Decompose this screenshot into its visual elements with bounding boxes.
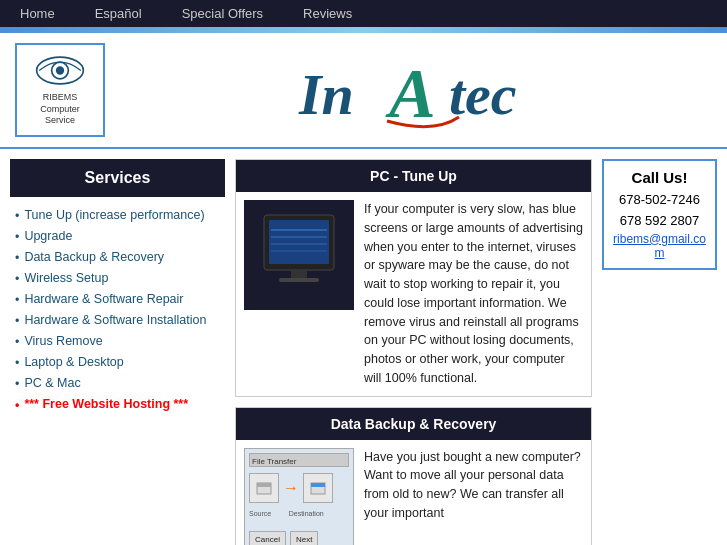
nav-item-reviews[interactable]: Reviews	[303, 6, 352, 21]
sidebar-item[interactable]: Laptop & Desktop	[15, 352, 220, 373]
call-title: Call Us!	[612, 169, 707, 186]
logo-eye-icon	[35, 53, 85, 88]
logo-text: RIBEMS Computer Service	[25, 92, 95, 127]
center-content: PC - Tune Up	[235, 159, 592, 545]
svg-rect-13	[279, 278, 319, 282]
call-email[interactable]: ribems@gmail.com	[612, 232, 707, 260]
sidebar-list: Tune Up (increase performance)UpgradeDat…	[10, 205, 225, 415]
right-sidebar: Call Us! 678-502-7246 678 592 2807 ribem…	[602, 159, 717, 270]
svg-point-2	[56, 66, 64, 74]
backup-text: Have you just bought a new computer? Wan…	[364, 448, 583, 545]
header: RIBEMS Computer Service In A tec	[0, 33, 727, 149]
svg-rect-12	[291, 270, 307, 278]
svg-rect-17	[311, 483, 325, 487]
computer-icon	[249, 205, 349, 305]
pc-image	[244, 200, 354, 310]
nav-item-special-offers[interactable]: Special Offers	[182, 6, 263, 21]
sidebar: Services Tune Up (increase performance)U…	[10, 159, 225, 415]
pc-tune-card: PC - Tune Up	[235, 159, 592, 397]
nav-item-home[interactable]: Home	[20, 6, 55, 21]
sidebar-item[interactable]: Virus Remove	[15, 331, 220, 352]
pc-tune-title: PC - Tune Up	[236, 160, 591, 192]
backup-title: Data Backup & Recovery	[236, 408, 591, 440]
backup-image: File Transfer → Source Destination	[244, 448, 354, 545]
backup-img-inner: File Transfer → Source Destination	[245, 449, 353, 545]
backup-body: File Transfer → Source Destination	[236, 440, 591, 545]
backup-card: Data Backup & Recovery File Transfer →	[235, 407, 592, 545]
sidebar-item[interactable]: Tune Up (increase performance)	[15, 205, 220, 226]
pc-tune-body: If your computer is very slow, has blue …	[236, 192, 591, 396]
navbar: HomeEspañolSpecial OffersReviews	[0, 0, 727, 27]
pc-tune-text: If your computer is very slow, has blue …	[364, 200, 583, 388]
sidebar-item[interactable]: Data Backup & Recovery	[15, 247, 220, 268]
sidebar-item[interactable]: Wireless Setup	[15, 268, 220, 289]
svg-rect-15	[257, 483, 271, 487]
call-box: Call Us! 678-502-7246 678 592 2807 ribem…	[602, 159, 717, 270]
sidebar-item[interactable]: Hardware & Software Repair	[15, 289, 220, 310]
svg-rect-7	[269, 220, 329, 264]
logo-box: RIBEMS Computer Service	[15, 43, 105, 137]
sidebar-title: Services	[10, 159, 225, 197]
sidebar-item[interactable]: Hardware & Software Installation	[15, 310, 220, 331]
call-phone2: 678 592 2807	[612, 211, 707, 232]
sidebar-item[interactable]: PC & Mac	[15, 373, 220, 394]
sidebar-item[interactable]: Upgrade	[15, 226, 220, 247]
brand-logo-svg: In A tec	[269, 49, 549, 129]
sidebar-item[interactable]: *** Free Website Hosting ***	[15, 394, 220, 415]
main-content: Services Tune Up (increase performance)U…	[0, 149, 727, 545]
brand-name: In A tec	[105, 49, 712, 132]
svg-text:In: In	[298, 62, 354, 127]
call-phone1: 678-502-7246	[612, 190, 707, 211]
svg-text:tec: tec	[449, 62, 517, 127]
svg-text:A: A	[385, 55, 436, 129]
nav-item-español[interactable]: Español	[95, 6, 142, 21]
